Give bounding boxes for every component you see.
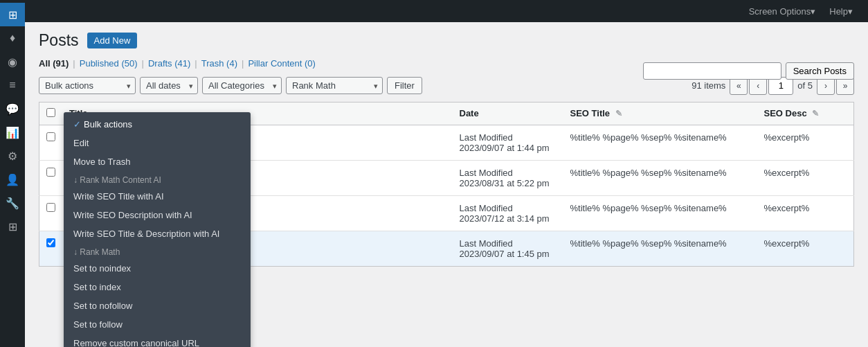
seo-desc-value: %excerpt%: [764, 168, 810, 178]
col-header-seo-desc: SEO Desc ✎: [757, 102, 854, 125]
seo-title-value: %title% %page% %sep% %sitename%: [570, 168, 727, 178]
seo-desc-value: %excerpt%: [764, 203, 810, 213]
row-checkbox[interactable]: [46, 168, 55, 177]
seo-desc-value: %excerpt%: [764, 132, 810, 143]
categories-filter-wrapper: All Categories: [202, 77, 282, 94]
search-posts-button[interactable]: Search Posts: [786, 62, 854, 80]
screen-options-button[interactable]: Screen Options ▾: [742, 0, 823, 22]
admin-topbar: Screen Options ▾ Help ▾: [25, 0, 868, 22]
dates-filter-wrapper: All dates: [140, 77, 198, 94]
row-checkbox[interactable]: [46, 132, 55, 141]
date-value: 2023/09/07 at 1:44 pm: [460, 143, 550, 153]
dropdown-move-to-trash[interactable]: Move to Trash: [64, 152, 251, 171]
date-value: 2023/07/12 at 3:14 pm: [460, 213, 550, 224]
seo-filter-select[interactable]: Rank Math: [286, 77, 383, 94]
main-content: Screen Options ▾ Help ▾ Posts Add New Al…: [25, 0, 868, 347]
dropdown-edit[interactable]: Edit: [64, 134, 251, 152]
seo-title-value: %title% %page% %sep% %sitename%: [570, 203, 727, 213]
dropdown-set-nofollow[interactable]: Set to nofollow: [64, 296, 251, 315]
filter-link-trash[interactable]: Trash (4): [201, 58, 237, 69]
sidebar-icon-appearance[interactable]: ⚙: [0, 144, 25, 168]
dropdown-rank-math-header: ↓ Rank Math: [64, 243, 251, 259]
add-new-button[interactable]: Add New: [87, 33, 138, 48]
row-checkbox[interactable]: [46, 238, 55, 247]
sep-4: |: [242, 58, 244, 69]
seo-filter-wrapper: Rank Math: [286, 77, 383, 94]
sidebar-icon-home[interactable]: ⊞: [0, 3, 25, 26]
bulk-actions-wrapper: Bulk actions: [39, 77, 136, 94]
items-count: 91 items: [691, 80, 725, 91]
bulk-actions-dropdown: ✓Bulk actions Edit Move to Trash ↓ Rank …: [64, 112, 251, 347]
check-icon: ✓: [73, 119, 81, 130]
filter-link-pillar[interactable]: Pillar Content (0): [248, 58, 316, 69]
date-value: 2023/08/31 at 5:22 pm: [460, 178, 550, 188]
sep-3: |: [195, 58, 197, 69]
seo-title-value: %title% %page% %sep% %sitename%: [570, 238, 727, 249]
screen-options-label: Screen Options: [749, 6, 811, 17]
help-arrow: ▾: [848, 6, 853, 17]
sidebar-icon-comments[interactable]: 💬: [0, 97, 25, 121]
date-value: 2023/09/07 at 1:45 pm: [460, 249, 550, 259]
sidebar-icon-settings[interactable]: ⊞: [0, 215, 25, 238]
seo-title-edit-icon[interactable]: ✎: [615, 109, 622, 118]
row-checkbox[interactable]: [46, 203, 55, 212]
dropdown-write-seo-title-desc-ai[interactable]: Write SEO Title & Description with AI: [64, 224, 251, 243]
col-header-seo-title: SEO Title ✎: [563, 102, 757, 125]
page-title: Posts: [39, 30, 79, 51]
col-header-checkbox: [39, 102, 63, 125]
content-area: Posts Add New All (91) | Published (50) …: [25, 22, 868, 281]
categories-filter-select[interactable]: All Categories: [202, 77, 282, 94]
seo-desc-value: %excerpt%: [764, 238, 810, 249]
dropdown-write-seo-desc-ai[interactable]: Write SEO Description with AI: [64, 206, 251, 224]
search-input[interactable]: [643, 62, 781, 80]
col-header-date: Date: [453, 102, 563, 125]
bulk-actions-select[interactable]: Bulk actions: [39, 77, 136, 94]
date-label: Last Modified: [460, 238, 513, 249]
filter-link-published[interactable]: Published (50): [80, 58, 138, 69]
screen-options-arrow: ▾: [811, 6, 815, 17]
date-label: Last Modified: [460, 168, 513, 178]
pagination-of: of 5: [797, 80, 813, 91]
help-button[interactable]: Help ▾: [822, 0, 860, 22]
help-label: Help: [829, 6, 848, 17]
dates-filter-select[interactable]: All dates: [140, 77, 198, 94]
sidebar-icon-analytics[interactable]: 📊: [0, 121, 25, 144]
admin-sidebar: ⊞ ♦ ◉ ≡ 💬 📊 ⚙ 👤 🔧 ⊞: [0, 0, 25, 347]
dropdown-rank-math-ai-header: ↓ Rank Math Content AI: [64, 171, 251, 187]
sidebar-icon-tools[interactable]: 🔧: [0, 191, 25, 215]
dropdown-set-noindex[interactable]: Set to noindex: [64, 259, 251, 278]
dropdown-set-follow[interactable]: Set to follow: [64, 315, 251, 334]
dropdown-remove-canonical[interactable]: Remove custom canonical URL: [64, 334, 251, 347]
sidebar-icon-posts[interactable]: ♦: [0, 26, 25, 50]
sidebar-icon-pages[interactable]: ≡: [0, 73, 25, 97]
seo-title-value: %title% %page% %sep% %sitename%: [570, 132, 727, 143]
sidebar-icon-users[interactable]: 👤: [0, 168, 25, 191]
page-header: Posts Add New: [39, 30, 854, 51]
seo-desc-edit-icon[interactable]: ✎: [812, 109, 819, 118]
filter-link-drafts[interactable]: Drafts (41): [148, 58, 190, 69]
select-all-checkbox[interactable]: [46, 108, 55, 117]
dropdown-write-seo-title-ai[interactable]: Write SEO Title with AI: [64, 187, 251, 206]
search-area: Search Posts: [643, 62, 854, 80]
dropdown-bulk-actions-header[interactable]: ✓Bulk actions: [64, 115, 251, 134]
date-label: Last Modified: [460, 203, 513, 213]
date-label: Last Modified: [460, 132, 513, 143]
filter-button[interactable]: Filter: [387, 77, 422, 94]
sidebar-icon-media[interactable]: ◉: [0, 50, 25, 73]
sep-2: |: [142, 58, 144, 69]
sep-1: |: [73, 58, 75, 69]
dropdown-set-index[interactable]: Set to index: [64, 278, 251, 296]
filter-link-all[interactable]: All (91): [39, 58, 69, 69]
